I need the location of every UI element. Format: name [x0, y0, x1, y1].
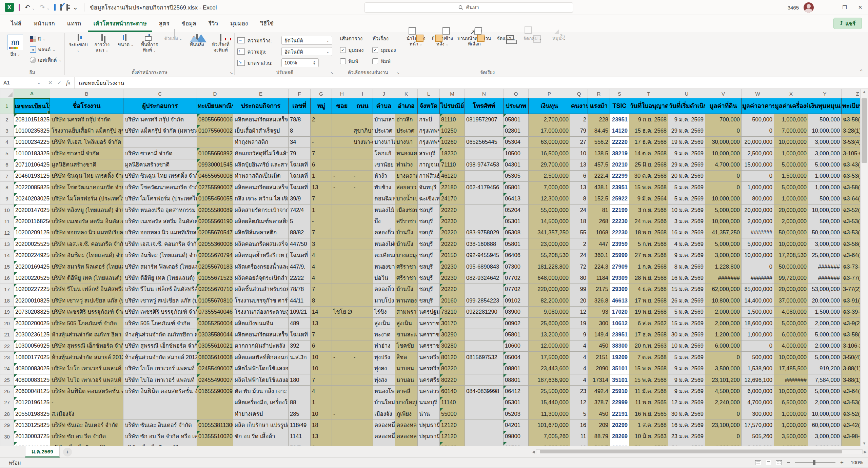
cell-J16[interactable]: บ่อวิน — [373, 272, 395, 284]
cell-N7[interactable] — [465, 170, 504, 181]
cell-N30[interactable] — [465, 431, 504, 442]
cell-K1[interactable]: อำเภอ — [395, 98, 418, 114]
cell-V28[interactable]: 0 — [705, 408, 742, 420]
cell-J17[interactable]: คลองกิ่ว — [373, 284, 395, 295]
cell-I25[interactable] — [352, 374, 373, 385]
cell-A1[interactable]: เลขทะเบียนโรงงาน — [14, 98, 50, 114]
cell-E18[interactable]: โรงงานบรรจุก๊าซ คาร์บอ — [233, 295, 289, 306]
cell-S19[interactable]: 17020 — [610, 306, 629, 317]
cell-R11[interactable]: 268 — [588, 216, 610, 227]
cell-Z15[interactable]: ฉ3-73-19/68 — [842, 261, 861, 272]
cell-X26[interactable]: 10,000,000 — [774, 386, 808, 397]
cell-N6[interactable]: 098-9747453 — [465, 159, 504, 170]
cell-B11[interactable]: บริษัท เนเชอรัล สตรีม อินดัสเตรียล — [50, 216, 123, 227]
cell-B20[interactable]: บริษัท 505 โภคภัณฑ์ จำกัด — [50, 318, 123, 329]
cell-C5[interactable]: บริษัท ซาลามี่ จำกัด — [123, 148, 197, 159]
cell-X3[interactable]: 7,000,000 — [774, 125, 808, 136]
cell-M20[interactable]: 30170 — [440, 318, 465, 329]
cell-G18[interactable]: 8 — [311, 295, 332, 306]
cell-F2[interactable]: 78/8 — [289, 114, 311, 125]
row-header-2[interactable]: 2 — [0, 114, 14, 125]
cell-R13[interactable]: 447 — [588, 238, 610, 250]
cell-B25[interactable]: บริษัท ไบโอ เพาเวอร์ แพลนท์ — [50, 374, 123, 385]
cell-X17[interactable]: 20,000,000 — [774, 284, 808, 295]
cell-C12[interactable]: บริษัท จอยหลง นิว แมททีเรียล — [123, 227, 197, 238]
cell-S5[interactable]: 38219 — [610, 148, 629, 159]
cell-E14[interactable]: ผลิตหมุดย้ำหรือรีเวท (R — [233, 250, 289, 261]
cell-I19[interactable] — [352, 306, 373, 317]
page-layout-view-icon[interactable] — [766, 460, 771, 465]
cell-D22[interactable]: 030556100219 — [197, 340, 233, 351]
cell-J2[interactable]: บ้านกลาง — [373, 114, 395, 125]
cell-C16[interactable]: บริษัท ดีอีพียู เทค (ไทยแลนด์) — [123, 272, 197, 284]
cell-F17[interactable]: 78/78 — [289, 284, 311, 295]
cell-C11[interactable]: บริษัท เนเชอรัล สตรีม อินดัสเตรียล — [123, 216, 197, 227]
cell-M5[interactable]: 18230 — [440, 148, 465, 159]
cell-S16[interactable]: 29309 — [610, 272, 629, 284]
cell-Z26[interactable]: ฉ3-64(12)-5/ — [842, 386, 861, 397]
cell-G5[interactable]: 7 — [311, 148, 332, 159]
cell-Q6[interactable]: 13 — [570, 159, 588, 170]
cell-O13[interactable]: 05801 — [504, 238, 529, 250]
cell-J6[interactable]: เขาน้อย — [373, 159, 395, 170]
cell-X19[interactable]: 4,080,000 — [774, 306, 808, 317]
cell-P30[interactable]: 7,005,260 — [529, 431, 570, 442]
cell-H25[interactable] — [332, 374, 352, 385]
cell-Z30[interactable]: ฉ3-98-1/65 — [842, 431, 861, 442]
cell-H18[interactable] — [332, 295, 352, 306]
cell-D8[interactable]: 027555900079 — [197, 182, 233, 193]
cell-X14[interactable]: 17,208,530 — [774, 250, 808, 261]
cell-R15[interactable]: 224.3 — [588, 261, 610, 272]
cell-M13[interactable]: 20220 — [440, 238, 465, 250]
cell-R31[interactable]: 310.7 — [588, 442, 610, 446]
cell-I13[interactable] — [352, 238, 373, 250]
cell-C20[interactable]: บริษัท 505 โภคภัณฑ์ จำกัด — [123, 318, 197, 329]
cell-H30[interactable] — [332, 431, 352, 442]
row-header-5[interactable]: 5 — [0, 148, 14, 159]
cell-D12[interactable]: 020556705471 — [197, 227, 233, 238]
cell-A14[interactable]: 202002249256 — [14, 250, 50, 261]
checkbox-0-0[interactable]: ✓มุมมอง — [340, 46, 363, 54]
normal-view-icon[interactable] — [755, 460, 761, 465]
column-header-T[interactable]: T — [629, 89, 668, 98]
row-header-19[interactable]: 19 — [0, 306, 14, 317]
cell-J12[interactable]: คลองกิ่ว — [373, 227, 395, 238]
cell-U5[interactable]: 9 ม.ค. 2569 — [668, 148, 705, 159]
cell-J14[interactable]: ตะเคียนเตี้ย — [373, 250, 395, 261]
cell-M29[interactable]: 12120 — [440, 420, 465, 431]
name-box[interactable]: A1 ⌄ — [0, 77, 44, 89]
cell-N21[interactable] — [465, 329, 504, 340]
cell-X5[interactable]: 1,000,000 — [774, 148, 808, 159]
cell-K11[interactable]: ศรีราชา — [395, 216, 418, 227]
cell-Z16[interactable]: ฉ3-77(2)-50/ — [842, 272, 861, 284]
cell-Q16[interactable]: 80 — [570, 272, 588, 284]
cell-R19[interactable]: 93 — [588, 306, 610, 317]
cell-Q17[interactable]: 99 — [570, 284, 588, 295]
cell-Z11[interactable]: ฉ3-53(1)-31/ — [842, 216, 861, 227]
cell-G16[interactable]: 4 — [311, 272, 332, 284]
cell-K18[interactable]: พานทอง — [395, 295, 418, 306]
cell-E9[interactable]: กลึง เจาะ คว้าน ไส เจียร — [233, 193, 289, 204]
checkbox-1-0[interactable]: ✓มุมมอง — [372, 46, 396, 54]
cell-I30[interactable] — [352, 431, 373, 442]
cell-X29[interactable]: 1,000,000 — [774, 420, 808, 431]
cell-W27[interactable]: 4,700,000 — [742, 397, 774, 408]
cell-C13[interactable]: บริษัท เอส.เจ.ซี. คอนกรีต จำกัด — [123, 238, 197, 250]
cell-N20[interactable] — [465, 318, 504, 329]
cell-Q24[interactable]: 4 — [570, 363, 588, 374]
cell-D28[interactable] — [197, 408, 233, 420]
cell-C25[interactable]: บริษัท ไบโอ เพาเวอร์ แพลนท์ — [123, 374, 197, 385]
cell-M9[interactable]: 24170 — [440, 193, 465, 204]
cell-Q31[interactable]: 10 — [570, 442, 588, 446]
cell-A16[interactable]: 102002205256 — [14, 272, 50, 284]
cell-U4[interactable]: 19 ม.ค. 2569 — [668, 136, 705, 148]
cell-K10[interactable]: เมืองชลบุรี — [395, 204, 418, 216]
cell-V3[interactable]: 0 — [705, 125, 742, 136]
checkbox-1-1[interactable]: พิมพ์ — [372, 57, 396, 65]
column-header-V[interactable]: V — [705, 89, 742, 98]
cell-P3[interactable]: 17,000,000 — [529, 125, 570, 136]
cell-E22[interactable]: ตากกากมันสำปะหลัง — [233, 340, 289, 351]
cell-F29[interactable]: 118/49 — [289, 420, 311, 431]
row-header-27[interactable]: 27 — [0, 397, 14, 408]
cell-Y21[interactable]: 5,000,000 — [808, 329, 842, 340]
